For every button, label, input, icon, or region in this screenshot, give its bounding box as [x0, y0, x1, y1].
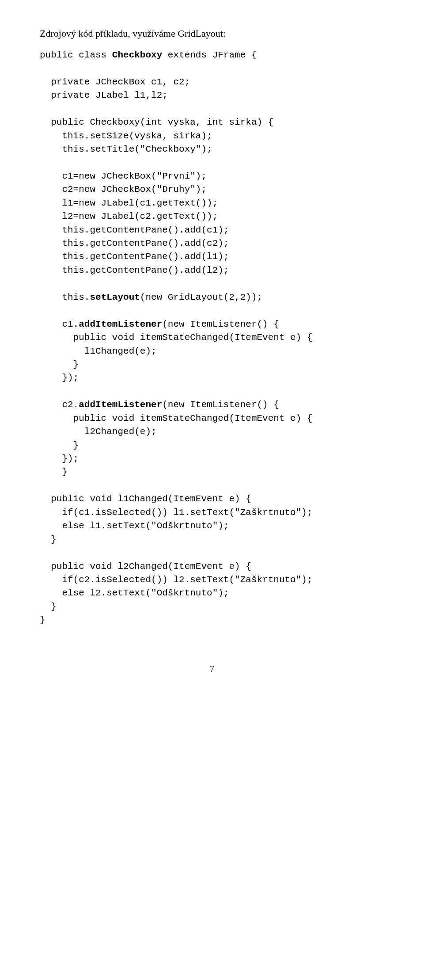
code-line: else l1.setText("Odškrtnuto");	[40, 521, 229, 531]
code-line: public class	[40, 50, 112, 60]
code-line: else l2.setText("Odškrtnuto");	[40, 588, 229, 598]
code-line: c2.	[40, 400, 79, 410]
code-line: }	[40, 615, 45, 625]
code-line: public void itemStateChanged(ItemEvent e…	[40, 332, 313, 343]
code-line: });	[40, 373, 79, 383]
code-line: this.	[40, 292, 90, 302]
code-line: this.getContentPane().add(l1);	[40, 252, 229, 262]
code-line: c2=new JCheckBox("Druhy");	[40, 184, 207, 194]
code-line: extends JFrame {	[162, 50, 257, 60]
code-line: if(c1.isSelected()) l1.setText("Zaškrtnu…	[40, 507, 313, 518]
code-line: c1=new JCheckBox("První");	[40, 171, 207, 181]
code-line: c1.	[40, 319, 79, 329]
code-line: public void itemStateChanged(ItemEvent e…	[40, 413, 313, 423]
code-line: (new ItemListener() {	[162, 319, 279, 329]
code-line: }	[40, 359, 79, 370]
code-line: }	[40, 440, 79, 450]
code-line: (new GridLayout(2,2));	[140, 292, 262, 302]
code-line: (new ItemListener() {	[162, 400, 279, 410]
code-line: private JLabel l1,l2;	[40, 90, 168, 100]
code-line: }	[40, 534, 57, 545]
code-bold: addItemListener	[79, 400, 162, 410]
code-line: this.getContentPane().add(l2);	[40, 265, 229, 275]
code-line: l2Changed(e);	[40, 427, 157, 437]
code-line: public void l2Changed(ItemEvent e) {	[40, 561, 251, 572]
code-line: l1Changed(e);	[40, 346, 157, 356]
code-line: }	[40, 602, 57, 612]
code-line: this.getContentPane().add(c2);	[40, 238, 229, 248]
code-line: if(c2.isSelected()) l2.setText("Zaškrtnu…	[40, 575, 313, 585]
code-line: });	[40, 454, 79, 464]
code-bold: addItemListener	[79, 319, 162, 329]
code-block: public class Checkboxy extends JFrame { …	[40, 49, 384, 627]
intro-text: Zdrojový kód příkladu, využíváme GridLay…	[40, 27, 384, 41]
code-line: this.getContentPane().add(c1);	[40, 225, 229, 235]
code-line: this.setSize(vyska, sirka);	[40, 131, 212, 141]
code-line: public void l1Changed(ItemEvent e) {	[40, 494, 251, 504]
code-line: l2=new JLabel(c2.getText());	[40, 211, 218, 221]
page-number: 7	[40, 663, 384, 675]
code-line: private JCheckBox c1, c2;	[40, 77, 190, 87]
code-bold: setLayout	[90, 292, 140, 302]
code-line: this.setTitle("Checkboxy");	[40, 144, 212, 154]
code-line: public Checkboxy(int vyska, int sirka) {	[40, 117, 273, 127]
code-line: }	[40, 467, 68, 477]
code-line: l1=new JLabel(c1.getText());	[40, 198, 218, 208]
code-bold: Checkboxy	[112, 50, 162, 60]
